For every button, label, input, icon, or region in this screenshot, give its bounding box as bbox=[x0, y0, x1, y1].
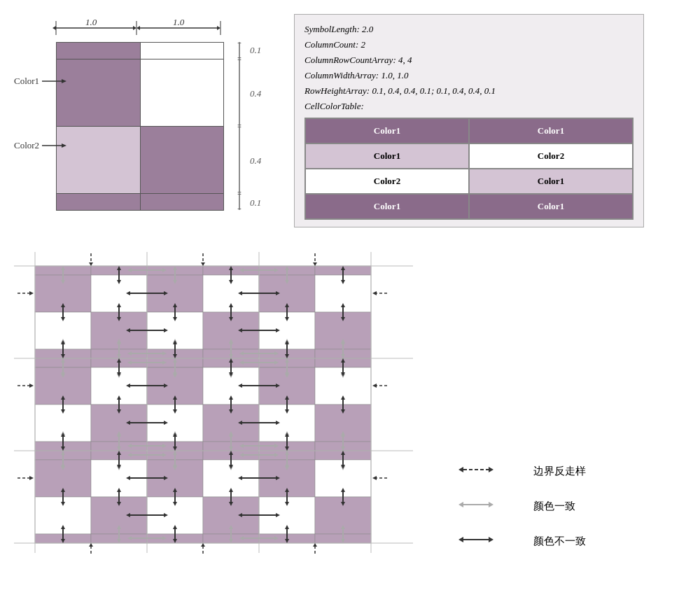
cct-r2c1: Color1 bbox=[305, 143, 469, 169]
top-section: 1.0 1.0 bbox=[0, 0, 700, 234]
svg-marker-1 bbox=[52, 26, 56, 30]
svg-marker-411 bbox=[458, 537, 463, 542]
svg-marker-17 bbox=[237, 125, 241, 126]
svg-marker-407 bbox=[489, 467, 493, 472]
svg-marker-130 bbox=[89, 543, 93, 547]
symbol-length-line: SymbolLength: 2.0 bbox=[304, 22, 634, 37]
svg-marker-24 bbox=[237, 193, 241, 195]
svg-marker-21 bbox=[237, 192, 241, 193]
cct-row-1: Color1 Color1 bbox=[305, 118, 633, 143]
legend-label-3: 颜色不一致 bbox=[533, 535, 586, 548]
tile-pattern-svg bbox=[14, 252, 420, 574]
svg-marker-413 bbox=[489, 537, 493, 542]
bottom-section: 边界反走样 颜色一致 颜色不一致 bbox=[0, 241, 700, 584]
svg-text:1.0: 1.0 bbox=[85, 17, 97, 27]
cell-r3c1 bbox=[57, 127, 141, 194]
cell-r2c1 bbox=[57, 59, 141, 127]
svg-marker-25 bbox=[237, 209, 241, 210]
legend-item-2: 颜色一致 bbox=[455, 500, 586, 514]
svg-marker-20 bbox=[237, 126, 241, 127]
left-diagram: 1.0 1.0 bbox=[14, 14, 280, 224]
cct-r3c1: Color2 bbox=[305, 169, 469, 194]
legend-item-3: 颜色不一致 bbox=[455, 535, 586, 549]
cell-r1c1 bbox=[57, 43, 141, 59]
svg-marker-114 bbox=[29, 384, 34, 388]
cct-row-4: Color1 Color1 bbox=[305, 194, 633, 219]
left-boundary-arrows bbox=[18, 291, 34, 480]
legend-arrow-dashed bbox=[455, 465, 525, 479]
svg-marker-405 bbox=[458, 467, 463, 472]
svg-marker-12 bbox=[237, 42, 241, 43]
cell-color-label: CellColorTable: bbox=[304, 99, 634, 114]
svg-marker-16 bbox=[237, 59, 241, 60]
cct-r1c2: Color1 bbox=[469, 118, 633, 143]
svg-marker-5 bbox=[136, 26, 140, 30]
svg-marker-410 bbox=[489, 502, 493, 507]
svg-marker-112 bbox=[29, 291, 34, 295]
cell-r1c2 bbox=[140, 43, 224, 59]
color1-label: Color1 bbox=[14, 76, 70, 87]
svg-marker-13 bbox=[237, 57, 241, 59]
svg-marker-124 bbox=[89, 262, 93, 266]
cct-r3c2: Color1 bbox=[469, 169, 633, 194]
right-boundary-arrows bbox=[372, 291, 388, 480]
cct-r2c2: Color2 bbox=[469, 143, 633, 169]
legend-arrow-gray bbox=[455, 500, 525, 514]
info-box: SymbolLength: 2.0 ColumnCount: 2 ColumnR… bbox=[294, 14, 644, 227]
svg-text:0.1: 0.1 bbox=[250, 45, 261, 55]
legend-arrow-black bbox=[455, 535, 525, 549]
cct-r4c2: Color1 bbox=[469, 194, 633, 219]
color2-label: Color2 bbox=[14, 140, 70, 151]
svg-marker-122 bbox=[372, 476, 377, 480]
svg-marker-28 bbox=[62, 79, 66, 83]
cct-row-3: Color2 Color1 bbox=[305, 169, 633, 194]
column-width-line: ColumnWidthArray: 1.0, 1.0 bbox=[304, 68, 634, 83]
column-row-count-line: ColumnRowCountArray: 4, 4 bbox=[304, 52, 634, 68]
bottom-boundary-arrows bbox=[89, 543, 317, 556]
top-dim-svg: 1.0 1.0 bbox=[52, 14, 227, 45]
svg-marker-126 bbox=[201, 262, 205, 266]
top-boundary-arrows bbox=[89, 253, 317, 266]
legend-label-1: 边界反走样 bbox=[533, 465, 586, 478]
column-count-line: ColumnCount: 2 bbox=[304, 37, 634, 52]
svg-marker-128 bbox=[313, 262, 317, 266]
svg-marker-2 bbox=[133, 26, 136, 30]
cell-color-table: Color1 Color1 Color1 Color2 Color2 Color… bbox=[304, 118, 634, 220]
svg-text:0.4: 0.4 bbox=[250, 155, 262, 166]
svg-marker-6 bbox=[217, 26, 220, 30]
svg-text:0.1: 0.1 bbox=[250, 197, 261, 208]
svg-marker-116 bbox=[29, 476, 34, 480]
svg-text:1.0: 1.0 bbox=[173, 17, 185, 27]
cct-r4c1: Color1 bbox=[305, 194, 469, 219]
svg-marker-408 bbox=[458, 502, 463, 507]
legend: 边界反走样 颜色一致 颜色不一致 bbox=[448, 248, 586, 577]
tile-diagram bbox=[14, 248, 434, 577]
row-height-line: RowHeightArray: 0.1, 0.4, 0.4, 0.1; 0.1,… bbox=[304, 83, 634, 99]
right-dim-svg: 0.1 0.4 0.4 0.1 bbox=[225, 42, 267, 211]
svg-marker-120 bbox=[372, 384, 377, 388]
svg-marker-134 bbox=[313, 543, 317, 547]
cell-r2c2 bbox=[140, 59, 224, 127]
legend-label-2: 颜色一致 bbox=[533, 500, 575, 513]
grid-table bbox=[56, 42, 224, 211]
cct-row-2: Color1 Color2 bbox=[305, 143, 633, 169]
cct-r1c1: Color1 bbox=[305, 118, 469, 143]
svg-marker-118 bbox=[372, 291, 377, 295]
svg-marker-30 bbox=[62, 143, 66, 148]
cell-r3c2 bbox=[140, 127, 224, 194]
legend-item-1: 边界反走样 bbox=[455, 465, 586, 479]
cell-r4c2 bbox=[140, 194, 224, 211]
cell-r4c1 bbox=[57, 194, 141, 211]
svg-marker-132 bbox=[201, 543, 205, 547]
svg-text:0.4: 0.4 bbox=[250, 88, 262, 99]
